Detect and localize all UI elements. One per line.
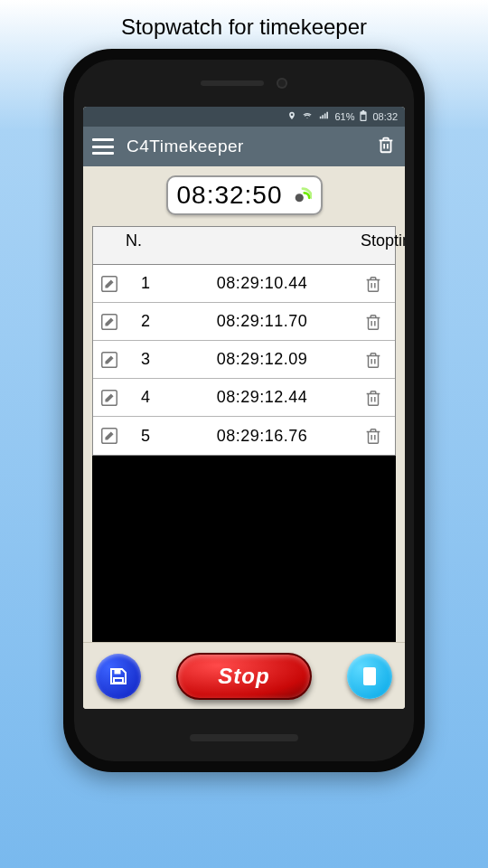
edit-row-button[interactable] [97, 271, 122, 297]
laps-table: N. Stoptime 1 08:29:10.44 2 08:29:11.70 [92, 226, 396, 456]
row-stoptime: 08:29:12.44 [164, 388, 361, 407]
save-button[interactable] [96, 654, 141, 699]
header-stoptime: Stoptime [361, 231, 391, 250]
table-row: 4 08:29:12.44 [93, 379, 395, 417]
table-header: N. Stoptime [93, 227, 395, 265]
row-stoptime: 08:29:12.09 [164, 350, 361, 369]
empty-area [92, 456, 396, 642]
stop-button[interactable]: Stop [176, 653, 312, 700]
edit-row-button[interactable] [97, 423, 122, 448]
delete-row-button[interactable] [361, 423, 386, 448]
edit-row-button[interactable] [97, 347, 122, 373]
gps-icon [292, 185, 312, 205]
table-row: 3 08:29:12.09 [93, 341, 395, 379]
delete-row-button[interactable] [361, 385, 386, 410]
delete-row-button[interactable] [361, 347, 386, 373]
wifi-icon [302, 111, 313, 122]
delete-row-button[interactable] [361, 309, 386, 335]
table-row: 1 08:29:10.44 [93, 265, 395, 303]
page-title: Stopwatch for timekeeper [0, 0, 488, 49]
list-button[interactable] [347, 654, 392, 699]
bottom-bar: Stop [83, 642, 405, 709]
location-icon [287, 111, 296, 122]
table-row: 2 08:29:11.70 [93, 303, 395, 341]
svg-rect-7 [115, 670, 120, 674]
signal-icon [318, 111, 329, 122]
header-number: N. [97, 231, 164, 250]
status-time: 08:32 [372, 111, 398, 122]
row-stoptime: 08:29:16.76 [164, 427, 361, 446]
status-bar: 61% 08:32 [83, 107, 405, 127]
svg-point-0 [295, 193, 303, 202]
battery-percent: 61% [334, 111, 354, 122]
row-number: 1 [127, 274, 164, 293]
edit-row-button[interactable] [97, 385, 122, 410]
menu-icon[interactable] [92, 138, 114, 155]
app-title: C4Timekeeper [127, 137, 363, 156]
delete-row-button[interactable] [361, 271, 386, 297]
app-bar: C4Timekeeper [83, 127, 405, 166]
row-stoptime: 08:29:10.44 [164, 274, 361, 293]
row-number: 3 [127, 350, 164, 369]
clear-all-button[interactable] [376, 135, 396, 158]
current-time-display: 08:32:50 [166, 175, 323, 215]
current-time: 08:32:50 [177, 181, 283, 210]
row-stoptime: 08:29:11.70 [164, 312, 361, 331]
battery-icon [360, 110, 367, 123]
table-row: 5 08:29:16.76 [93, 417, 395, 455]
row-number: 4 [127, 388, 164, 407]
screen: 61% 08:32 C4Timekeeper [83, 107, 405, 709]
edit-row-button[interactable] [97, 309, 122, 335]
device-frame: 61% 08:32 C4Timekeeper [63, 49, 425, 772]
row-number: 5 [127, 427, 164, 446]
svg-rect-6 [114, 678, 123, 683]
row-number: 2 [127, 312, 164, 331]
